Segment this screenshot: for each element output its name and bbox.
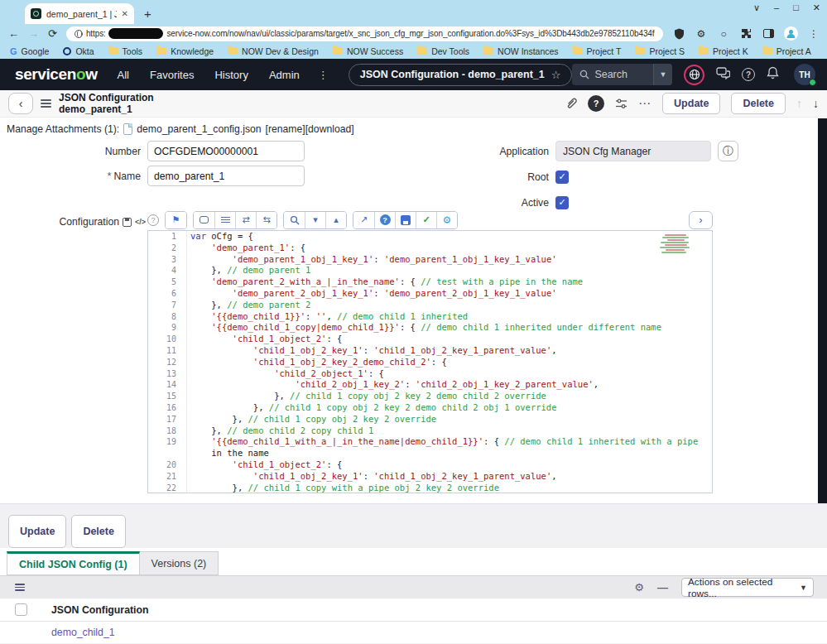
footer-delete-button[interactable]: Delete (71, 515, 126, 548)
open-in-window-button[interactable]: ↗ (353, 212, 374, 228)
bookmark-item[interactable]: NOW Dev & Design (228, 46, 319, 56)
folder-icon (699, 47, 709, 55)
user-avatar[interactable]: TH (794, 64, 815, 85)
find-previous-button[interactable]: ▴ (325, 212, 346, 228)
bookmark-item[interactable]: GGoogle (10, 46, 49, 56)
replace-button[interactable]: ⇄ (235, 212, 256, 228)
global-search[interactable]: Search ▼ (572, 64, 672, 85)
notifications-bell-icon[interactable] (767, 66, 779, 83)
help-icon[interactable]: ? (742, 68, 755, 81)
number-field[interactable] (147, 141, 305, 161)
extensions-puzzle-icon[interactable] (739, 27, 752, 41)
forward-icon[interactable]: → (28, 28, 39, 39)
sidebar-icon[interactable] (763, 29, 774, 38)
browser-tab[interactable]: demo_parent_1 | JSON Configura ✕ (25, 3, 134, 24)
bookmark-item[interactable]: Project K (699, 46, 748, 56)
nav-item-history[interactable]: History (214, 69, 248, 81)
bookmark-item[interactable]: Okta (63, 46, 94, 56)
paperclip-icon[interactable] (565, 98, 577, 110)
search-scope-caret-icon[interactable]: ▼ (653, 64, 672, 85)
attachment-filename[interactable]: demo_parent_1_config.json (137, 123, 261, 135)
window-minimize-icon[interactable]: – (774, 2, 779, 13)
format-code-button[interactable]: ⚑ (166, 212, 186, 228)
bookmark-item[interactable]: Dev Tools (417, 46, 469, 56)
bookmark-item[interactable]: NOW Instances (483, 46, 559, 56)
tab-close-icon[interactable]: ✕ (122, 9, 128, 18)
profile-avatar-icon[interactable] (784, 26, 798, 41)
window-maximize-icon[interactable]: □ (793, 2, 799, 13)
personalize-sliders-icon[interactable] (615, 99, 627, 109)
save-disk-icon[interactable] (123, 218, 132, 227)
bookmark-item[interactable]: Tools (108, 46, 143, 56)
circle-extension-icon[interactable]: ○ (717, 27, 730, 41)
form-context-menu-icon[interactable] (41, 99, 51, 108)
manage-attachments-label[interactable]: Manage Attachments (1): (7, 123, 119, 135)
editor-help-icon[interactable]: ? (147, 214, 159, 226)
bookmark-item[interactable]: Knowledge (156, 46, 214, 56)
tab-child-json-config-1-[interactable]: Child JSON Config (1) (7, 551, 140, 575)
nav-item-admin[interactable]: Admin (269, 69, 300, 81)
active-checkbox[interactable] (555, 196, 569, 209)
site-info-icon[interactable] (75, 30, 83, 38)
form-help-icon[interactable]: ? (588, 95, 604, 112)
bookmarks-bar: GGoogleOktaToolsKnowledgeNOW Dev & Desig… (0, 43, 827, 59)
name-field[interactable] (147, 166, 305, 186)
editor-search-button[interactable] (284, 212, 305, 228)
comment-toggle-button[interactable] (194, 212, 214, 228)
toolbar-expand-button[interactable]: › (689, 211, 713, 229)
editor-docs-button[interactable]: ? (374, 212, 395, 228)
attachment-actions[interactable]: [rename][download] (266, 123, 354, 135)
reload-icon[interactable]: ⟳ (48, 28, 57, 39)
window-close-icon[interactable]: ✕ (813, 2, 820, 13)
bookmark-label: NOW Instances (498, 46, 559, 56)
previous-record-icon[interactable]: ↑ (796, 97, 802, 110)
required-asterisk-icon: * (107, 170, 111, 182)
chat-icon[interactable] (716, 67, 730, 83)
update-button[interactable]: Update (662, 93, 720, 114)
bookmark-item[interactable]: Project T (573, 46, 622, 56)
window-chevron-down-icon[interactable]: ∨ (753, 2, 760, 13)
footer-update-button[interactable]: Update (8, 515, 66, 548)
delete-button[interactable]: Delete (731, 93, 786, 114)
line-text: 'demo_parent_1': { (187, 243, 712, 254)
gear-icon[interactable]: ⚙ (695, 27, 708, 41)
application-info-icon[interactable]: ⓘ (718, 141, 738, 161)
nav-more-icon[interactable]: ⋮ (318, 69, 329, 81)
list-collapse-icon[interactable]: — (657, 581, 668, 594)
editor-settings-button[interactable]: ⚙ (436, 212, 457, 228)
nav-item-favorites[interactable]: Favorites (150, 69, 194, 81)
record-link[interactable]: demo_child_1 (51, 627, 115, 638)
shield-icon[interactable] (672, 27, 685, 41)
servicenow-logo[interactable]: servicenow (15, 65, 98, 84)
wrap-lines-button[interactable] (214, 212, 235, 228)
browser-menu-icon[interactable]: ⋮ (807, 27, 820, 41)
replace-all-button[interactable]: ⇆ (256, 212, 276, 228)
context-pill[interactable]: JSON Configuration - demo_parent_1 ☆ (349, 64, 573, 86)
next-record-icon[interactable]: ↓ (813, 97, 819, 110)
back-button[interactable]: ‹ (8, 93, 33, 114)
list-settings-gear-icon[interactable]: ⚙ (634, 581, 644, 594)
line-text: 'child_2_object_1': { (187, 368, 712, 380)
bookmark-item[interactable]: Project S (635, 46, 685, 56)
actions-on-rows-select[interactable]: Actions on selected rows... ▼ (681, 578, 814, 597)
gear-icon: ⚙ (443, 214, 452, 226)
url-bar[interactable]: https:// service-now.com/now/nav/ui/clas… (66, 26, 663, 41)
favorite-star-icon[interactable]: ☆ (551, 69, 561, 81)
back-icon[interactable]: ← (8, 28, 19, 39)
tab-versions-2-[interactable]: Versions (2) (140, 551, 219, 575)
nav-item-all[interactable]: All (118, 69, 129, 81)
code-line: 10 'child_1_object_2': { (148, 334, 712, 345)
globe-icon[interactable] (684, 65, 704, 85)
find-next-button[interactable]: ▾ (305, 212, 325, 228)
list-menu-icon[interactable] (15, 584, 25, 591)
select-all-checkbox[interactable] (15, 603, 27, 616)
bookmark-item[interactable]: NOW Success (333, 46, 403, 56)
root-checkbox[interactable] (555, 171, 569, 184)
editor-save-button[interactable] (395, 212, 416, 228)
new-tab-button[interactable]: + (144, 7, 151, 21)
code-brackets-icon[interactable]: </> (135, 218, 146, 226)
code-area[interactable]: 1var oCfg = {2 'demo_parent_1': {3 'demo… (147, 230, 713, 493)
syntax-check-button[interactable]: ✓ (416, 212, 436, 228)
bookmark-item[interactable]: Project A (762, 46, 811, 56)
more-actions-icon[interactable]: ⋯ (638, 96, 652, 111)
